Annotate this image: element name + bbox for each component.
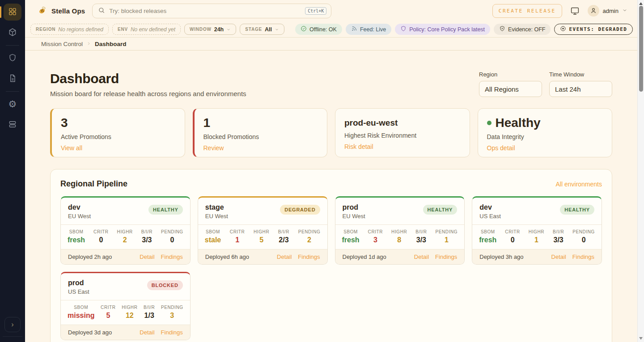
- status-badge: HEALTHY: [423, 205, 458, 215]
- metric-label: SBOM: [479, 229, 496, 234]
- findings-link[interactable]: Findings: [298, 253, 320, 260]
- chip-value: No regions defined: [58, 26, 103, 33]
- findings-link[interactable]: Findings: [572, 253, 594, 260]
- chip-label: STAGE: [245, 27, 262, 32]
- sidebar-expand-button[interactable]: ›: [4, 317, 21, 332]
- region-filter-chip[interactable]: REGION No regions defined: [30, 24, 109, 35]
- policy-status-pill[interactable]: Policy: Core Policy Pack latest: [395, 24, 490, 35]
- stat-value: 1: [203, 116, 318, 130]
- env-filter-chip[interactable]: ENV No env defined yet: [112, 24, 181, 35]
- window-filter-chip[interactable]: WINDOW 24h: [184, 24, 236, 35]
- page-title: Dashboard: [50, 71, 246, 86]
- metric-label: PENDING: [298, 229, 321, 234]
- shield-icon: [400, 25, 407, 33]
- metric-label: B/I/R: [144, 305, 155, 310]
- stat-cards-row: 3 Active Promotions View all 1 Blocked P…: [50, 108, 612, 157]
- bee-logo-icon: [38, 5, 47, 17]
- server-icon: [8, 120, 17, 130]
- shield-icon: [8, 53, 17, 63]
- user-menu[interactable]: admin: [588, 5, 627, 17]
- metric-label: CRITR: [368, 229, 383, 234]
- health-dot-icon: [487, 121, 491, 125]
- create-release-button[interactable]: CREATE RELEASE: [492, 4, 562, 18]
- scrollbar-thumb[interactable]: [639, 6, 643, 92]
- sidebar-item-security[interactable]: [4, 50, 21, 67]
- findings-link[interactable]: Findings: [435, 253, 457, 260]
- status-badge: HEALTHY: [560, 205, 594, 215]
- global-search[interactable]: Ctrl+K: [92, 4, 331, 18]
- events-status-pill[interactable]: EVENTS: DEGRADED: [554, 24, 633, 35]
- metric-value: missing: [68, 312, 94, 320]
- region-select[interactable]: All Regions: [479, 81, 542, 97]
- ops-detail-link[interactable]: Ops detail: [487, 144, 515, 152]
- detail-link[interactable]: Detail: [140, 253, 154, 260]
- metric-value: 5: [254, 236, 269, 244]
- view-all-link[interactable]: View all: [61, 144, 82, 152]
- metric-label: HIGHR: [254, 229, 269, 234]
- stat-label: Active Promotions: [61, 133, 176, 140]
- metric-label: PENDING: [572, 229, 595, 234]
- metric-label: CRITR: [101, 305, 116, 310]
- env-name: prod: [68, 279, 89, 287]
- stat-value: prod-eu-west: [344, 116, 461, 128]
- sidebar-item-settings[interactable]: ⚙: [4, 96, 21, 113]
- detail-link[interactable]: Detail: [414, 253, 429, 260]
- scroll-up-arrow[interactable]: [639, 2, 643, 5]
- document-icon: [8, 74, 17, 84]
- all-environments-link[interactable]: All environments: [556, 181, 602, 188]
- vertical-scrollbar[interactable]: [637, 0, 644, 342]
- status-text: EVENTS: DEGRADED: [569, 26, 627, 32]
- top-bar: Stella Ops Ctrl+K CREATE RELEASE ad: [25, 0, 637, 21]
- sidebar: ⚙ ›: [0, 0, 25, 342]
- chevron-right-icon: [86, 40, 91, 47]
- risk-detail-link[interactable]: Risk detail: [344, 143, 373, 150]
- panel-title: Regional Pipeline: [60, 179, 127, 189]
- app-root: ⚙ › Stel: [0, 0, 644, 342]
- sidebar-item-releases[interactable]: [4, 24, 21, 41]
- breadcrumb: Mission Control Dashboard: [25, 38, 637, 51]
- metric-label: CRITR: [93, 229, 109, 234]
- breadcrumb-current: Dashboard: [95, 41, 127, 47]
- time-window-select[interactable]: Last 24h: [549, 81, 612, 97]
- detail-link[interactable]: Detail: [551, 253, 566, 260]
- offline-status-pill[interactable]: Offline: OK: [295, 24, 342, 35]
- metric-label: PENDING: [435, 229, 458, 234]
- findings-link[interactable]: Findings: [161, 329, 183, 336]
- status-badge: BLOCKED: [147, 280, 183, 290]
- search-input[interactable]: [109, 8, 301, 14]
- chip-label: ENV: [118, 27, 128, 32]
- sidebar-item-dashboard[interactable]: [4, 4, 21, 21]
- status-text: Feed: Live: [360, 26, 386, 33]
- sidebar-item-infrastructure[interactable]: [4, 116, 21, 133]
- sidebar-item-documents[interactable]: [4, 70, 21, 87]
- env-region: US East: [68, 288, 89, 295]
- chevron-down-icon: [275, 26, 279, 33]
- sidebar-divider: [3, 336, 22, 337]
- metric-value: 1: [435, 236, 458, 244]
- env-card-prod-us-east: prod US East BLOCKED SBOMmissing CRITR5 …: [60, 272, 191, 340]
- findings-link[interactable]: Findings: [161, 253, 183, 260]
- monitor-icon[interactable]: [570, 6, 580, 16]
- metric-value: 1: [529, 236, 544, 244]
- env-name: dev: [68, 203, 91, 211]
- evidence-status-pill[interactable]: Evidence: OFF: [494, 24, 551, 35]
- search-shortcut-kbd: Ctrl+K: [305, 7, 326, 15]
- breadcrumb-parent[interactable]: Mission Control: [41, 41, 83, 47]
- env-region: EU West: [68, 213, 91, 220]
- detail-link[interactable]: Detail: [140, 329, 154, 336]
- stat-card-highest-risk: prod-eu-west Highest Risk Environment Ri…: [335, 108, 470, 157]
- content-area: Dashboard Mission board for release heal…: [25, 51, 637, 342]
- stage-filter-chip[interactable]: STAGE All: [240, 24, 284, 35]
- stat-value: Healthy: [496, 116, 541, 130]
- feed-status-pill[interactable]: Feed: Live: [346, 24, 391, 35]
- detail-link[interactable]: Detail: [277, 253, 292, 260]
- region-select-label: Region: [479, 71, 542, 78]
- status-badge: HEALTHY: [148, 205, 183, 215]
- shield-x-icon: [499, 25, 505, 33]
- review-link[interactable]: Review: [203, 144, 224, 152]
- deployed-timestamp: Deployed 3d ago: [68, 329, 112, 336]
- deployed-timestamp: Deployed 2h ago: [68, 253, 112, 260]
- deployed-timestamp: Deployed 6h ago: [205, 253, 249, 260]
- scroll-down-arrow[interactable]: [639, 337, 643, 340]
- context-bar: REGION No regions defined ENV No env def…: [25, 21, 637, 38]
